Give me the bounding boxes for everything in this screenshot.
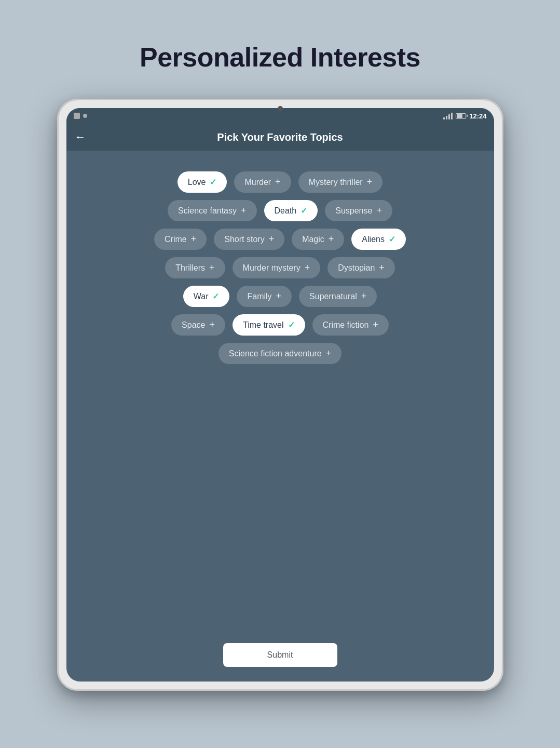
topics-container: Love✓Murder+Mystery thriller+Science fan…: [82, 171, 479, 364]
chip-check-icon-aliens: ✓: [389, 234, 395, 244]
chip-label-aliens: Aliens: [362, 235, 385, 244]
chip-plus-icon-science-fantasy: +: [241, 205, 247, 216]
chip-magic[interactable]: Magic+: [292, 229, 344, 250]
bottom-area: Submit: [66, 633, 494, 682]
chip-check-icon-death: ✓: [301, 206, 307, 216]
topics-row-2: Science fantasy+Death✓Suspense+: [168, 200, 392, 221]
chip-plus-icon-suspense: +: [376, 205, 382, 216]
topics-row-4: Thrillers+Murder mystery+Dystopian+: [165, 257, 395, 278]
chip-check-icon-time-travel: ✓: [288, 320, 295, 330]
status-time: 12:24: [469, 112, 486, 120]
chip-plus-icon-short-story: +: [269, 234, 275, 245]
chip-label-science-fantasy: Science fantasy: [178, 206, 237, 216]
tablet-frame: 12:24 ← Pick Your Favorite Topics Love✓M…: [57, 99, 503, 691]
chip-plus-icon-murder: +: [275, 177, 281, 188]
topics-row-7: Science fiction adventure+: [218, 343, 342, 364]
chip-mystery-thriller[interactable]: Mystery thriller+: [298, 171, 383, 193]
chip-label-murder: Murder: [244, 178, 271, 187]
chip-time-travel[interactable]: Time travel✓: [233, 314, 305, 336]
chip-plus-icon-family: +: [276, 291, 282, 302]
chip-war[interactable]: War✓: [183, 286, 230, 307]
chip-plus-icon-science-fiction-adventure: +: [326, 348, 332, 359]
chip-label-science-fiction-adventure: Science fiction adventure: [229, 349, 322, 358]
chip-label-short-story: Short story: [224, 235, 264, 244]
topics-row-6: Space+Time travel✓Crime fiction+: [171, 314, 389, 336]
lock-icon: [74, 113, 80, 119]
chip-love[interactable]: Love✓: [177, 171, 227, 193]
chip-plus-icon-supernatural: +: [361, 291, 367, 302]
screen-title: Pick Your Favorite Topics: [217, 131, 343, 143]
chip-family[interactable]: Family+: [237, 286, 292, 307]
back-button[interactable]: ←: [75, 130, 86, 144]
status-left-icons: [74, 113, 87, 119]
chip-label-murder-mystery: Murder mystery: [243, 263, 301, 273]
chip-plus-icon-magic: +: [329, 234, 334, 245]
chip-label-mystery-thriller: Mystery thriller: [309, 178, 363, 187]
chip-label-supernatural: Supernatural: [309, 292, 357, 301]
chip-murder[interactable]: Murder+: [234, 171, 291, 193]
chip-plus-icon-murder-mystery: +: [305, 262, 310, 273]
chip-plus-icon-crime-fiction: +: [373, 319, 378, 330]
chip-science-fiction-adventure[interactable]: Science fiction adventure+: [218, 343, 342, 364]
chip-death[interactable]: Death✓: [264, 200, 318, 221]
chip-check-icon-love: ✓: [210, 177, 216, 187]
chip-label-magic: Magic: [302, 235, 324, 244]
topics-row-1: Love✓Murder+Mystery thriller+: [177, 171, 383, 193]
battery-icon: [456, 113, 466, 119]
chip-label-war: War: [194, 292, 209, 301]
chip-plus-icon-crime: +: [191, 234, 197, 245]
chip-label-crime-fiction: Crime fiction: [323, 320, 369, 330]
topics-row-5: War✓Family+Supernatural+: [183, 286, 377, 307]
chip-label-crime: Crime: [165, 235, 187, 244]
chip-plus-icon-dystopian: +: [379, 262, 385, 273]
chip-plus-icon-thrillers: +: [209, 262, 215, 273]
camera-dot: [278, 106, 283, 111]
chip-suspense[interactable]: Suspense+: [325, 200, 392, 221]
tablet-screen: 12:24 ← Pick Your Favorite Topics Love✓M…: [66, 108, 494, 682]
chip-murder-mystery[interactable]: Murder mystery+: [233, 257, 321, 278]
chip-dystopian[interactable]: Dystopian+: [327, 257, 395, 278]
chip-label-family: Family: [247, 292, 271, 301]
chip-plus-icon-space: +: [209, 319, 215, 330]
chip-aliens[interactable]: Aliens✓: [351, 229, 406, 250]
chip-crime-fiction[interactable]: Crime fiction+: [312, 314, 389, 336]
chip-check-icon-war: ✓: [212, 291, 219, 301]
alarm-icon: [83, 114, 87, 118]
chip-label-love: Love: [188, 178, 206, 187]
chip-label-time-travel: Time travel: [243, 320, 284, 330]
chip-label-thrillers: Thrillers: [175, 263, 205, 273]
status-right-icons: 12:24: [443, 112, 486, 120]
signal-icon: [443, 112, 453, 119]
chip-label-dystopian: Dystopian: [338, 263, 375, 273]
app-header: ← Pick Your Favorite Topics: [66, 124, 494, 151]
chip-science-fantasy[interactable]: Science fantasy+: [168, 200, 256, 221]
submit-button[interactable]: Submit: [223, 643, 337, 667]
chip-supernatural[interactable]: Supernatural+: [299, 286, 377, 307]
chip-thrillers[interactable]: Thrillers+: [165, 257, 225, 278]
chip-label-death: Death: [275, 206, 297, 216]
chip-label-suspense: Suspense: [335, 206, 372, 216]
chip-label-space: Space: [182, 320, 205, 330]
chip-plus-icon-mystery-thriller: +: [367, 177, 373, 188]
chip-crime[interactable]: Crime+: [154, 229, 207, 250]
chip-space[interactable]: Space+: [171, 314, 225, 336]
content-area: Love✓Murder+Mystery thriller+Science fan…: [66, 151, 494, 633]
chip-short-story[interactable]: Short story+: [214, 229, 284, 250]
page-title: Personalized Interests: [140, 42, 420, 73]
topics-row-3: Crime+Short story+Magic+Aliens✓: [154, 229, 406, 250]
